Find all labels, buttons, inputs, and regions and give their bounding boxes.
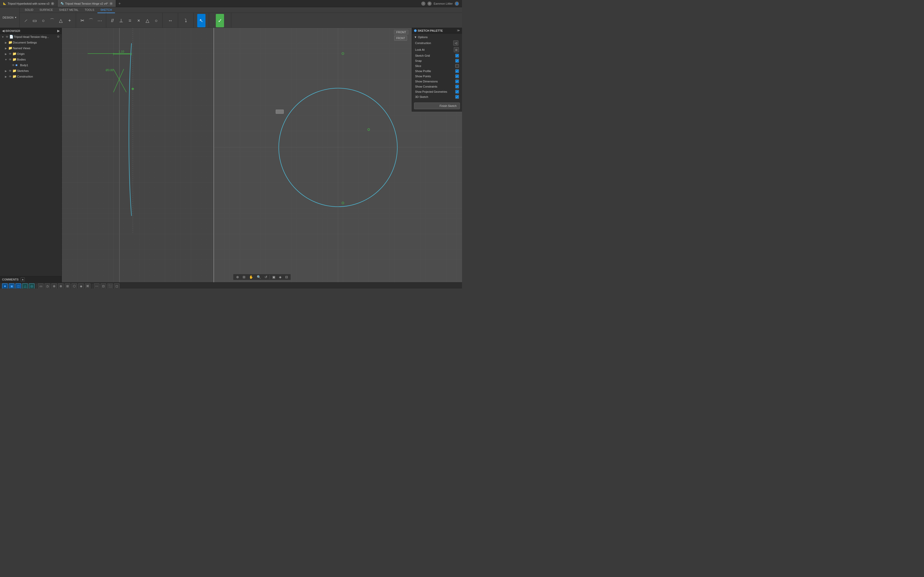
palette-section-header[interactable]: ▼ Options bbox=[414, 34, 460, 40]
expand-icon-4[interactable]: ▶ bbox=[4, 52, 8, 56]
bt-btn-8[interactable]: ⌘ bbox=[85, 283, 90, 289]
snap-checkbox[interactable]: ✓ bbox=[455, 59, 459, 63]
constrain-tool-4[interactable]: × bbox=[134, 14, 143, 27]
constrain-tool-6[interactable]: ○ bbox=[152, 14, 160, 27]
bt-btn-3[interactable]: ⊕ bbox=[51, 283, 57, 289]
sidebar-item-construction[interactable]: ▶ 👁 📁 Construction bbox=[0, 74, 61, 79]
comments-collapse[interactable]: ▲ bbox=[21, 277, 25, 282]
tab-close-1[interactable]: × bbox=[51, 2, 54, 5]
modify-more[interactable]: ⋯ bbox=[96, 14, 104, 27]
bt-teal-btn-1[interactable]: △ bbox=[22, 283, 28, 289]
tab-inactive[interactable]: 📐 Tripod Hyperboloid with screw v3 × bbox=[0, 0, 58, 7]
eye-icon-4[interactable]: 👁 bbox=[11, 63, 15, 67]
grid-btn[interactable]: ⊟ bbox=[284, 275, 289, 279]
expand-icon-7[interactable]: ▶ bbox=[4, 69, 8, 73]
pan-btn[interactable]: ✋ bbox=[248, 275, 254, 279]
canvas[interactable]: 1.10 Ø3.00 bbox=[62, 28, 462, 282]
arc-tool[interactable]: ⌒ bbox=[48, 14, 56, 27]
eye-icon-6[interactable]: 👁 bbox=[8, 75, 12, 78]
tab-active[interactable]: 🔩 Tripod Head Tension Hinge v2 v4* × bbox=[58, 0, 116, 7]
tab-solid[interactable]: SOLID bbox=[22, 7, 36, 13]
constrain-tool-2[interactable]: ⊥ bbox=[117, 14, 125, 27]
constrain-tool-1[interactable]: // bbox=[108, 14, 116, 27]
3d-sketch-checkbox[interactable]: ✓ bbox=[455, 95, 459, 99]
add-tab-button[interactable]: + bbox=[116, 0, 123, 7]
show-points-checkbox[interactable]: ✓ bbox=[455, 74, 459, 78]
bt-btn-11[interactable]: ⬛ bbox=[107, 283, 113, 289]
rectangle-tool[interactable]: ▭ bbox=[31, 14, 39, 27]
palette-collapse-btn[interactable]: ≫ bbox=[457, 29, 460, 32]
sketch-grid-checkbox[interactable]: ✓ bbox=[455, 54, 459, 58]
bt-btn-10[interactable]: ⊡ bbox=[100, 283, 106, 289]
show-projected-checkbox[interactable]: ✓ bbox=[455, 90, 459, 93]
eye-icon-5[interactable]: 👁 bbox=[8, 69, 12, 73]
constrain-tool-3[interactable]: = bbox=[126, 14, 134, 27]
expand-icon-8[interactable]: ▶ bbox=[4, 75, 8, 78]
fit-btn[interactable]: ⊞ bbox=[241, 275, 247, 279]
expand-icon-5[interactable]: ▼ bbox=[4, 58, 8, 61]
sidebar-expand-icon[interactable]: ▶ bbox=[57, 29, 60, 33]
bt-btn-12[interactable]: ◻ bbox=[114, 283, 120, 289]
eye-icon[interactable]: 👁 bbox=[5, 35, 9, 39]
sidebar-item-sketches[interactable]: ▶ 👁 📁 Sketches bbox=[0, 68, 61, 74]
display-mode-btn[interactable]: ▣ bbox=[271, 275, 277, 279]
extend-tool[interactable]: ⌒ bbox=[87, 14, 95, 27]
effects-btn[interactable]: ◈ bbox=[278, 275, 283, 279]
view-label: FRONT bbox=[394, 30, 409, 34]
slice-checkbox[interactable] bbox=[455, 64, 459, 68]
finish-sketch-palette-btn[interactable]: Finish Sketch bbox=[414, 103, 460, 109]
bt-btn-2[interactable]: ◷ bbox=[45, 283, 50, 289]
show-constraints-checkbox[interactable]: ✓ bbox=[455, 85, 459, 89]
constrain-tool-5[interactable]: △ bbox=[143, 14, 152, 27]
zoom-btn[interactable]: 🔍 bbox=[255, 275, 262, 279]
inspect-tool[interactable]: ↔ bbox=[166, 14, 174, 27]
bt-teal-btn-2[interactable]: ◎ bbox=[29, 283, 34, 289]
eye-icon-3[interactable]: 👁 bbox=[8, 58, 12, 61]
circle-tool[interactable]: ○ bbox=[39, 14, 47, 27]
palette-row-show-constraints: Show Constraints ✓ bbox=[414, 84, 460, 89]
bt-btn-5[interactable]: ⊞ bbox=[65, 283, 70, 289]
tab-sketch[interactable]: SKETCH bbox=[97, 7, 115, 13]
gear-icon[interactable]: ⚙ bbox=[57, 35, 61, 39]
show-dimensions-checkbox[interactable]: ✓ bbox=[455, 80, 459, 83]
sidebar-item-root[interactable]: ▼ 👁 📄 Tripod Head Tension Hing... ⚙ bbox=[0, 34, 61, 40]
insert-tool[interactable]: ⤵ bbox=[182, 14, 190, 27]
folder-icon-4: 📁 bbox=[12, 58, 16, 61]
sidebar-item-bodies[interactable]: ▼ 👁 📁 Bodies bbox=[0, 56, 61, 62]
finish-sketch-button[interactable]: ✓ bbox=[216, 14, 224, 27]
bt-btn-4[interactable]: ⊗ bbox=[58, 283, 64, 289]
bt-active-btn-3[interactable]: ◫ bbox=[16, 283, 21, 289]
tab-tools[interactable]: TOOLS bbox=[81, 7, 97, 13]
expand-icon[interactable]: ▼ bbox=[1, 35, 5, 39]
home-btn[interactable]: ⊕ bbox=[235, 275, 240, 279]
expand-icon-2[interactable]: ▶ bbox=[4, 41, 8, 44]
settings-icon[interactable]: ⚙ bbox=[428, 2, 431, 6]
tab-sheetmetal[interactable]: SHEET METAL bbox=[56, 7, 81, 13]
help-icon[interactable]: ? bbox=[421, 2, 425, 6]
sidebar-item-named-views[interactable]: ▶ 📁 Named Views bbox=[0, 45, 61, 51]
line-tool[interactable]: ⟋ bbox=[22, 14, 30, 27]
show-profile-checkbox[interactable]: ✓ bbox=[455, 69, 459, 73]
more-create-tool[interactable]: + bbox=[66, 14, 74, 27]
bt-active-btn-1[interactable]: ■ bbox=[2, 283, 8, 289]
sidebar-item-body1[interactable]: 👁 ■ Body1 bbox=[0, 62, 61, 68]
bt-btn-9[interactable]: ⋯ bbox=[94, 283, 100, 289]
look-at-icon-btn[interactable]: 🗆 bbox=[454, 47, 459, 52]
sidebar-collapse-icon[interactable]: ◀ bbox=[2, 29, 4, 33]
expand-icon-3[interactable]: ▶ bbox=[4, 47, 8, 50]
construction-icon-btn[interactable]: ◁ bbox=[453, 40, 459, 45]
select-tool[interactable]: ↖ bbox=[197, 14, 205, 27]
orbit-btn[interactable]: ↺ bbox=[263, 275, 269, 279]
bt-btn-7[interactable]: ◈ bbox=[78, 283, 84, 289]
tab-surface[interactable]: SURFACE bbox=[36, 7, 56, 13]
sidebar-item-doc-settings[interactable]: ▶ 📁 Document Settings bbox=[0, 40, 61, 45]
eye-icon-2[interactable]: 👁 bbox=[8, 52, 12, 56]
bt-btn-6[interactable]: ⬡ bbox=[71, 283, 77, 289]
sidebar-item-origin[interactable]: ▶ 👁 📁 Origin bbox=[0, 51, 61, 56]
polygon-tool[interactable]: △ bbox=[57, 14, 65, 27]
tab-close-2[interactable]: × bbox=[110, 2, 113, 5]
design-dropdown[interactable]: DESIGN ▼ bbox=[0, 7, 19, 27]
trim-tool[interactable]: ✂ bbox=[78, 14, 86, 27]
bt-btn-1[interactable]: ▭ bbox=[38, 283, 44, 289]
bt-active-btn-2[interactable]: ▣ bbox=[9, 283, 15, 289]
